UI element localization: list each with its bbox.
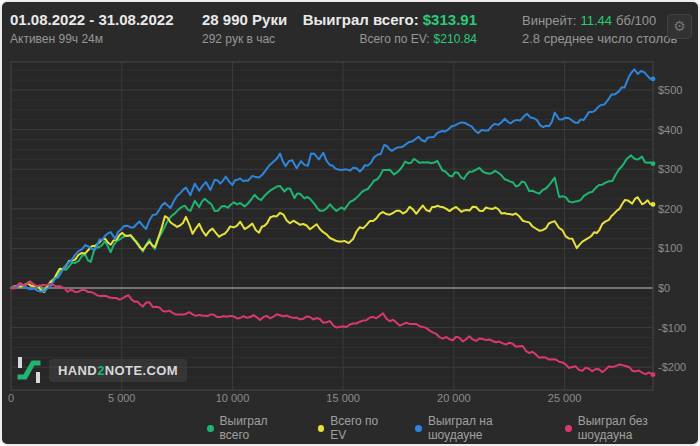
series-endpoint-won-showdown: [651, 77, 656, 82]
series-endpoint-won-total: [651, 161, 656, 166]
legend-item-won-showdown[interactable]: Выиграл на шоудауне: [415, 414, 543, 442]
legend-label: Всего по EV: [330, 414, 393, 442]
hand2note-logo: HAND2NOTE.COM: [16, 356, 187, 384]
y-axis-label: $100: [658, 242, 682, 254]
legend-item-won-total[interactable]: Выиграл всего: [207, 414, 296, 442]
x-axis-label: 20 000: [437, 392, 471, 404]
legend-item-won-non-showdown[interactable]: Выиграл без шоудауна: [565, 414, 698, 442]
legend-item-all-in-ev[interactable]: Всего по EV: [318, 414, 394, 442]
x-axis-label: 0: [8, 392, 14, 404]
legend-dot: [565, 425, 572, 432]
x-axis-label: 5 000: [108, 392, 136, 404]
series-endpoint-won-non-showdown: [651, 372, 656, 377]
legend-label: Выиграл на шоудауне: [428, 414, 543, 442]
legend-dot: [415, 425, 422, 432]
y-axis-label: $300: [658, 163, 682, 175]
y-axis-label: $500: [658, 84, 682, 96]
x-axis-label: 10 000: [216, 392, 250, 404]
y-axis-label: $400: [658, 124, 682, 136]
legend: Выиграл всегоВсего по EVВыиграл на шоуда…: [207, 419, 698, 437]
hand2note-graph-window: 01.08.2022 - 31.08.2022 Активен 99ч 24м …: [0, 0, 700, 446]
y-axis-label: -$200: [658, 361, 686, 373]
x-axis-label: 25 000: [548, 392, 582, 404]
legend-dot: [207, 425, 214, 432]
logo-text-post: NOTE.COM: [105, 363, 178, 378]
y-axis-label: -$100: [658, 322, 686, 334]
hand2note-icon: [16, 356, 42, 384]
y-axis-label: $0: [658, 282, 670, 294]
hand2note-wordmark: HAND2NOTE.COM: [49, 359, 187, 382]
legend-label: Выиграл всего: [220, 414, 296, 442]
legend-dot: [318, 425, 325, 432]
logo-text-mid: 2: [97, 363, 105, 378]
x-axis-label: 15 000: [326, 392, 360, 404]
series-endpoint-all-in-ev: [651, 202, 656, 207]
y-axis-label: $200: [658, 203, 682, 215]
logo-text-pre: HAND: [58, 363, 97, 378]
legend-label: Выиграл без шоудауна: [578, 414, 698, 442]
